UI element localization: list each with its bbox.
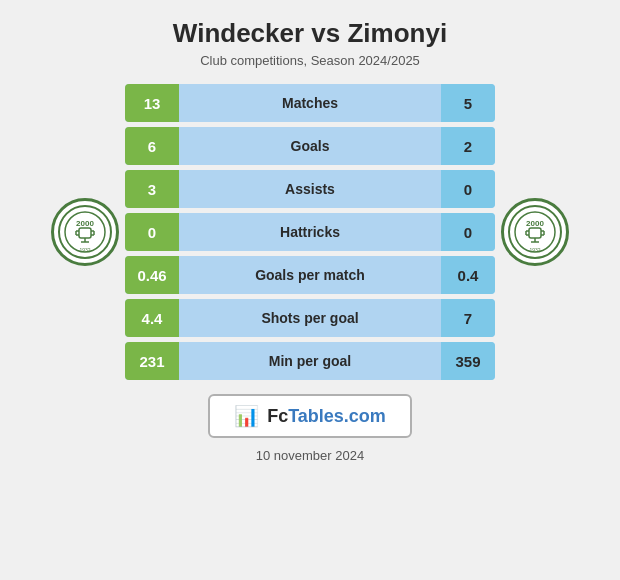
svg-text:2000: 2000 [526,219,544,228]
stat-label-text: Matches [179,84,441,122]
stat-label-text: Goals per match [179,256,441,294]
right-logo-circle: 2000 1932 [501,198,569,266]
stat-row: 3Assists0 [125,170,495,208]
stat-row: 231Min per goal359 [125,342,495,380]
stat-left-value: 0 [125,213,179,251]
right-team-logo: 2000 1932 [495,198,575,266]
stats-panel: 13Matches56Goals23Assists00Hattricks00.4… [125,84,495,380]
stat-left-value: 13 [125,84,179,122]
right-team-emblem: 2000 1932 [507,204,563,260]
stat-label-text: Goals [179,127,441,165]
stat-row: 4.4Shots per goal7 [125,299,495,337]
match-title: Windecker vs Zimonyi [173,18,447,49]
stat-label-text: Min per goal [179,342,441,380]
stat-left-value: 0.46 [125,256,179,294]
match-subtitle: Club competitions, Season 2024/2025 [200,53,420,68]
left-logo-circle: 2000 1932 [51,198,119,266]
stat-left-value: 4.4 [125,299,179,337]
page-container: Windecker vs Zimonyi Club competitions, … [0,0,620,580]
stat-label-text: Hattricks [179,213,441,251]
stat-right-value: 359 [441,342,495,380]
svg-text:1932: 1932 [79,247,90,253]
stat-right-value: 5 [441,84,495,122]
left-team-emblem: 2000 1932 [57,204,113,260]
stat-right-value: 0 [441,170,495,208]
stat-row: 0Hattricks0 [125,213,495,251]
stat-row: 13Matches5 [125,84,495,122]
watermark-chart-icon: 📊 [234,404,259,428]
stat-label-text: Assists [179,170,441,208]
stat-left-value: 3 [125,170,179,208]
footer-date: 10 november 2024 [256,448,364,463]
svg-text:1932: 1932 [529,247,540,253]
stat-label-text: Shots per goal [179,299,441,337]
stat-right-value: 0 [441,213,495,251]
stat-row: 6Goals2 [125,127,495,165]
main-content-row: 2000 1932 13Matches56Goals23Assists00Hat… [10,84,610,380]
stat-right-value: 0.4 [441,256,495,294]
watermark-row: 📊 FcTables.com [208,394,412,438]
watermark-box: 📊 FcTables.com [208,394,412,438]
stat-right-value: 7 [441,299,495,337]
watermark-text: FcTables.com [267,406,386,427]
left-team-logo: 2000 1932 [45,198,125,266]
svg-text:2000: 2000 [76,219,94,228]
stat-left-value: 6 [125,127,179,165]
stat-left-value: 231 [125,342,179,380]
stat-row: 0.46Goals per match0.4 [125,256,495,294]
stat-right-value: 2 [441,127,495,165]
